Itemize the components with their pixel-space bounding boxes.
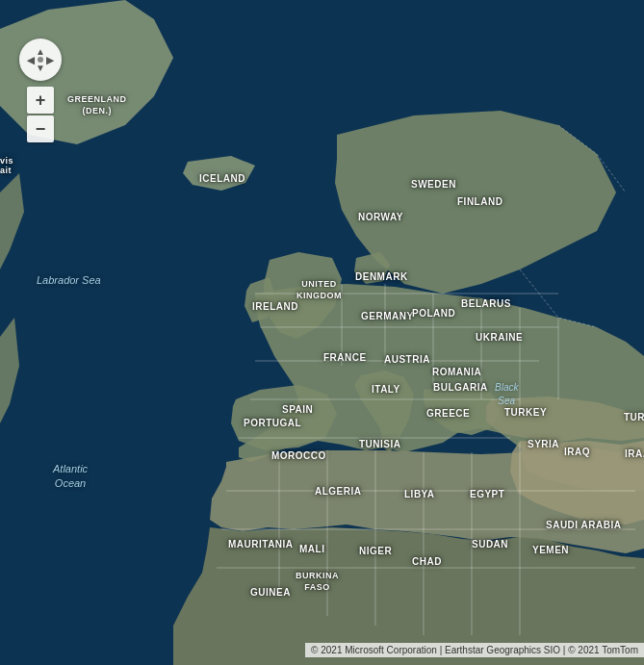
map-svg (0, 0, 644, 665)
map-attribution: © 2021 Microsoft Corporation | Earthstar… (305, 643, 644, 657)
compass-control[interactable]: ▲ ▼ ◀ ▶ (19, 38, 62, 81)
zoom-in-button[interactable]: + (27, 87, 54, 114)
zoom-out-button[interactable]: − (27, 115, 54, 142)
compass-center (38, 57, 43, 63)
map-controls: ▲ ▼ ◀ ▶ + − (19, 38, 62, 142)
compass-right-arrow: ▶ (46, 55, 54, 65)
compass-arrows: ▲ ▼ ◀ ▶ (27, 46, 54, 73)
compass-up-arrow: ▲ (36, 46, 45, 57)
map-container[interactable]: ▲ ▼ ◀ ▶ + − GREENLAND(DEN.) ICELAND NORW… (0, 0, 644, 665)
compass-down-arrow: ▼ (36, 63, 45, 73)
zoom-controls: + − (27, 87, 54, 142)
compass-left-arrow: ◀ (27, 55, 35, 65)
